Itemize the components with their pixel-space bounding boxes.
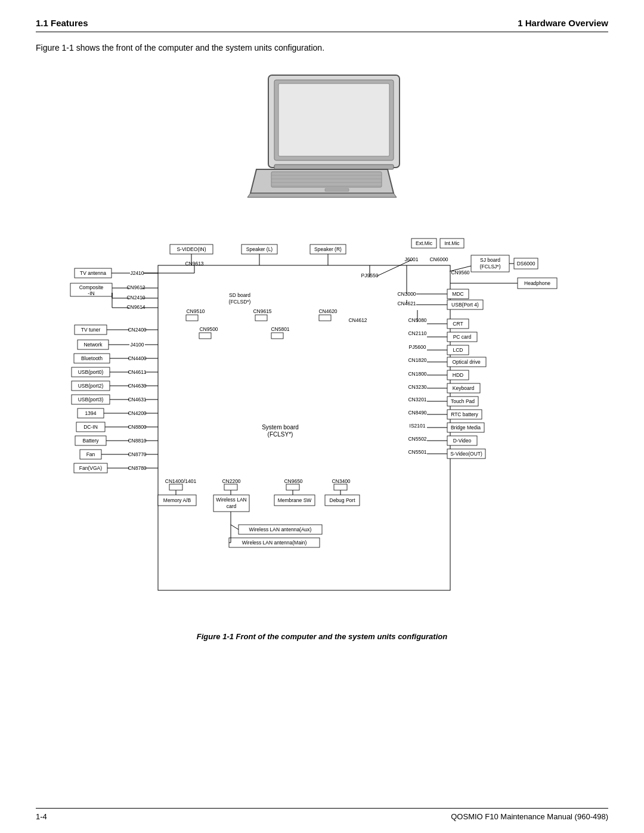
svg-text:-IN: -IN xyxy=(88,290,94,296)
laptop-svg xyxy=(221,63,423,200)
svg-text:CN4630: CN4630 xyxy=(128,383,146,389)
svg-text:CN2410: CN2410 xyxy=(126,295,145,301)
svg-text:S-VIDEO(IN): S-VIDEO(IN) xyxy=(177,246,206,252)
svg-text:CN5502: CN5502 xyxy=(408,436,426,442)
page: 1.1 Features 1 Hardware Overview Figure … xyxy=(0,0,644,833)
svg-text:CN2200: CN2200 xyxy=(222,478,240,484)
svg-text:CN4620: CN4620 xyxy=(318,308,337,314)
svg-text:CN9650: CN9650 xyxy=(284,478,302,484)
svg-text:CN4200: CN4200 xyxy=(128,410,146,416)
svg-text:CN9614: CN9614 xyxy=(126,304,145,310)
svg-text:CN8490: CN8490 xyxy=(408,410,426,416)
svg-rect-123 xyxy=(255,315,267,321)
svg-text:TV antenna: TV antenna xyxy=(80,270,106,276)
svg-text:CN5501: CN5501 xyxy=(408,449,426,455)
svg-rect-4 xyxy=(271,172,382,187)
svg-text:Membrane SW: Membrane SW xyxy=(278,497,312,503)
svg-text:D-Video: D-Video xyxy=(453,438,472,444)
svg-rect-9 xyxy=(325,188,349,191)
svg-text:Wireless LAN: Wireless LAN xyxy=(216,497,246,503)
svg-text:Speaker (R): Speaker (R) xyxy=(314,246,342,252)
svg-text:Battery: Battery xyxy=(83,438,100,444)
svg-rect-124 xyxy=(319,315,331,321)
svg-text:USB(port0): USB(port0) xyxy=(78,369,104,375)
svg-text:SJ board: SJ board xyxy=(480,257,500,263)
svg-rect-188 xyxy=(169,484,182,490)
svg-text:CN2110: CN2110 xyxy=(408,330,426,336)
svg-rect-194 xyxy=(334,484,347,490)
svg-text:Headphone: Headphone xyxy=(524,280,550,286)
svg-text:PJ5600: PJ5600 xyxy=(409,344,426,350)
svg-text:S-Video(OUT): S-Video(OUT) xyxy=(450,451,482,457)
svg-text:DS6000: DS6000 xyxy=(517,261,535,267)
svg-text:Fan(VGA): Fan(VGA) xyxy=(79,465,102,471)
svg-text:Debug Port: Debug Port xyxy=(330,497,356,503)
svg-text:Keyboard: Keyboard xyxy=(453,385,475,391)
svg-text:Network: Network xyxy=(83,342,103,348)
svg-text:Wireless LAN antenna(Aux): Wireless LAN antenna(Aux) xyxy=(249,527,312,532)
svg-text:Bluetooth: Bluetooth xyxy=(81,355,103,361)
svg-text:LCD: LCD xyxy=(453,347,463,353)
footer-manual-title: QOSMIO F10 Maintenance Manual (960-498) xyxy=(451,812,608,821)
svg-text:Touch Pad: Touch Pad xyxy=(451,398,475,404)
svg-text:card: card xyxy=(227,503,237,509)
svg-text:(FCLSD*): (FCLSD*) xyxy=(229,299,251,305)
svg-text:CN4631: CN4631 xyxy=(128,397,146,402)
svg-text:CN3230: CN3230 xyxy=(408,384,426,390)
svg-text:CN8770: CN8770 xyxy=(128,451,146,457)
svg-rect-133 xyxy=(271,333,283,339)
svg-text:Fan: Fan xyxy=(86,451,95,457)
page-footer: 1-4 QOSMIO F10 Maintenance Manual (960-4… xyxy=(36,808,608,821)
laptop-illustration xyxy=(36,63,608,200)
svg-rect-3 xyxy=(274,165,394,169)
intro-text: Figure 1-1 shows the front of the comput… xyxy=(36,43,608,52)
svg-text:PC card: PC card xyxy=(453,334,472,340)
svg-text:CN4611: CN4611 xyxy=(128,369,146,375)
footer-page-number: 1-4 xyxy=(36,812,47,821)
svg-text:Bridge Media: Bridge Media xyxy=(451,425,481,431)
svg-rect-122 xyxy=(186,315,198,321)
svg-text:TV tuner: TV tuner xyxy=(81,327,101,333)
svg-text:J6001: J6001 xyxy=(404,256,418,262)
svg-text:CN1820: CN1820 xyxy=(408,357,426,363)
svg-text:CN4612: CN4612 xyxy=(348,317,367,323)
svg-text:J4100: J4100 xyxy=(130,342,144,348)
diagram-svg: .label { font-family: Arial, sans-serif;… xyxy=(66,209,578,626)
svg-text:CN1400/1401: CN1400/1401 xyxy=(165,478,197,484)
section-label-right: 1 Hardware Overview xyxy=(518,18,608,28)
svg-text:HDD: HDD xyxy=(453,372,463,378)
svg-rect-131 xyxy=(199,333,211,339)
svg-rect-190 xyxy=(224,484,237,490)
svg-text:(FCLSY*): (FCLSY*) xyxy=(268,431,293,438)
svg-text:Ext.Mic: Ext.Mic xyxy=(416,240,433,246)
svg-text:Wireless LAN antenna(Main): Wireless LAN antenna(Main) xyxy=(242,540,307,546)
svg-text:CN1800: CN1800 xyxy=(408,371,426,377)
svg-text:J2410: J2410 xyxy=(130,270,144,276)
svg-text:CN6000: CN6000 xyxy=(429,256,448,262)
svg-text:CN9612: CN9612 xyxy=(126,284,145,290)
svg-text:CN5801: CN5801 xyxy=(271,326,289,332)
svg-text:CN3201: CN3201 xyxy=(408,397,426,402)
svg-text:RTC battery: RTC battery xyxy=(451,411,478,417)
svg-text:(FCLSJ*): (FCLSJ*) xyxy=(480,264,501,270)
svg-text:CN9500: CN9500 xyxy=(199,326,218,332)
svg-text:DC-IN: DC-IN xyxy=(83,424,98,430)
svg-text:CN3400: CN3400 xyxy=(332,478,350,484)
section-label-left: 1.1 Features xyxy=(36,18,88,28)
svg-text:MDC: MDC xyxy=(452,291,463,297)
svg-text:Speaker (L): Speaker (L) xyxy=(246,246,273,252)
svg-text:USB(Port 4): USB(Port 4) xyxy=(451,302,479,308)
svg-text:CN2400: CN2400 xyxy=(128,327,146,333)
svg-text:1394: 1394 xyxy=(85,410,97,416)
svg-text:System board: System board xyxy=(262,424,299,431)
svg-text:CN9615: CN9615 xyxy=(253,308,271,314)
svg-text:Int.Mic: Int.Mic xyxy=(444,240,460,246)
diagram-area: .label { font-family: Arial, sans-serif;… xyxy=(66,209,578,626)
svg-text:CN8800: CN8800 xyxy=(128,424,146,430)
svg-text:CN8780: CN8780 xyxy=(128,465,146,471)
svg-rect-192 xyxy=(286,484,299,490)
svg-text:Composite: Composite xyxy=(79,284,104,290)
svg-text:CN9510: CN9510 xyxy=(186,308,205,314)
page-header: 1.1 Features 1 Hardware Overview xyxy=(36,18,608,32)
svg-rect-2 xyxy=(278,83,389,156)
